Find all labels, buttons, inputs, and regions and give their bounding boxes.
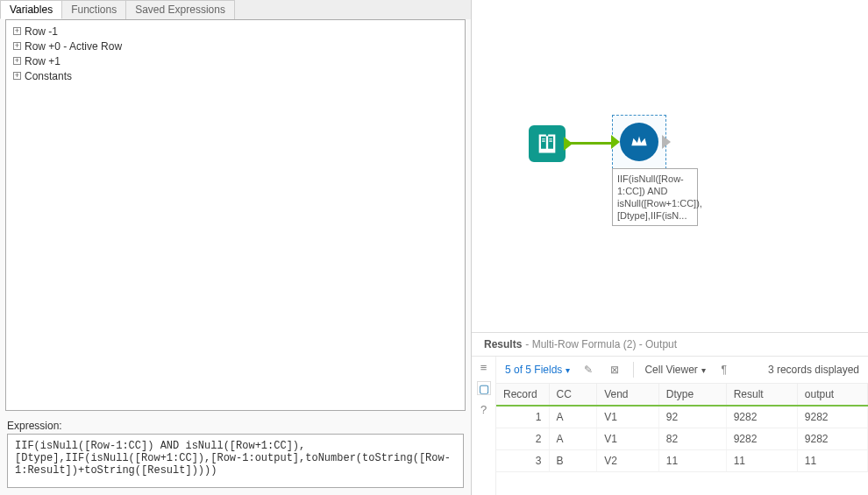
- col-result[interactable]: Result: [726, 384, 797, 406]
- cell-vend[interactable]: V2: [597, 450, 659, 472]
- config-tabs: Variables Functions Saved Expressions: [0, 0, 471, 19]
- tool-annotation[interactable]: IIF(isNull([Row-1:CC]) AND isNull([Row+1…: [612, 168, 698, 226]
- results-table[interactable]: Record CC Vend Dtype Result output 1AV19…: [496, 384, 868, 472]
- expand-icon[interactable]: +: [13, 57, 21, 65]
- book-icon: [535, 131, 559, 156]
- cell-result[interactable]: 11: [726, 450, 797, 472]
- pilcrow-icon[interactable]: ¶: [716, 364, 732, 376]
- cell-output[interactable]: 11: [797, 450, 867, 472]
- table-row[interactable]: 3BV2111111: [496, 450, 868, 472]
- cell-record[interactable]: 3: [496, 450, 549, 472]
- workspace-panel: IIF(isNull([Row-1:CC]) AND isNull([Row+1…: [472, 0, 868, 495]
- tree-item-constants[interactable]: + Constants: [10, 68, 461, 83]
- cell-viewer-label: Cell Viewer: [644, 364, 697, 376]
- col-output[interactable]: output: [797, 384, 867, 406]
- results-toolbar: 5 of 5 Fields ▾ ✎ ⊠ Cell Viewer ▾ ¶ 3 re…: [496, 357, 868, 384]
- records-count: 3 records displayed: [768, 364, 859, 376]
- cell-result[interactable]: 9282: [726, 428, 797, 450]
- table-row[interactable]: 1AV19292829282: [496, 406, 868, 428]
- tree-item-row-minus1[interactable]: + Row -1: [10, 24, 461, 39]
- cell-dtype[interactable]: 11: [658, 450, 726, 472]
- data-view-icon[interactable]: ▢: [477, 381, 491, 395]
- table-row[interactable]: 2AV18292829282: [496, 428, 868, 450]
- cell-dtype[interactable]: 92: [658, 406, 726, 428]
- cell-vend[interactable]: V1: [597, 428, 659, 450]
- config-panel: Variables Functions Saved Expressions + …: [0, 0, 472, 495]
- expression-input[interactable]: IIF(isNull([Row-1:CC]) AND isNull([Row+1…: [7, 434, 464, 488]
- edit-icon[interactable]: ✎: [580, 364, 596, 376]
- input-data-tool[interactable]: [529, 125, 566, 162]
- expand-icon[interactable]: +: [13, 72, 21, 80]
- results-side-tabs: ≡ ▢ ?: [472, 357, 496, 495]
- cell-cc[interactable]: A: [549, 428, 597, 450]
- tree-item-row-active[interactable]: + Row +0 - Active Row: [10, 39, 461, 53]
- expand-icon[interactable]: +: [13, 42, 21, 50]
- cell-viewer-dropdown[interactable]: Cell Viewer ▾: [644, 364, 705, 376]
- multirow-formula-tool-selection[interactable]: [612, 115, 666, 169]
- expression-label: Expression:: [0, 416, 471, 434]
- cell-cc[interactable]: B: [549, 450, 597, 472]
- cell-vend[interactable]: V1: [597, 406, 659, 428]
- chevron-down-icon: ▾: [566, 365, 570, 375]
- cell-record[interactable]: 1: [496, 406, 549, 428]
- multirow-formula-tool[interactable]: [620, 123, 658, 161]
- workflow-canvas[interactable]: IIF(isNull([Row-1:CC]) AND isNull([Row+1…: [472, 0, 868, 333]
- tab-functions[interactable]: Functions: [61, 0, 126, 19]
- cell-output[interactable]: 9282: [797, 428, 867, 450]
- help-icon[interactable]: ?: [477, 402, 491, 416]
- cell-output[interactable]: 9282: [797, 406, 867, 428]
- output-anchor-icon[interactable]: [662, 135, 671, 149]
- tree-item-label: Constants: [25, 70, 72, 82]
- fields-label: 5 of 5 Fields: [505, 364, 562, 376]
- cell-result[interactable]: 9282: [726, 406, 797, 428]
- chevron-down-icon: ▾: [701, 365, 706, 375]
- col-record[interactable]: Record: [496, 384, 549, 406]
- cell-dtype[interactable]: 82: [658, 428, 726, 450]
- clear-icon[interactable]: ⊠: [607, 364, 623, 376]
- table-header-row: Record CC Vend Dtype Result output: [496, 384, 868, 406]
- connection-line[interactable]: [570, 142, 612, 145]
- tab-saved-expressions[interactable]: Saved Expressions: [125, 0, 235, 19]
- list-view-icon[interactable]: ≡: [477, 360, 491, 374]
- fields-dropdown[interactable]: 5 of 5 Fields ▾: [505, 364, 570, 376]
- tree-item-row-plus1[interactable]: + Row +1: [10, 53, 461, 68]
- expand-icon[interactable]: +: [13, 27, 21, 35]
- variables-tree[interactable]: + Row -1 + Row +0 - Active Row + Row +1 …: [5, 19, 466, 411]
- results-title: Results: [484, 338, 522, 350]
- tab-variables[interactable]: Variables: [0, 0, 62, 19]
- formula-crown-icon: [628, 131, 651, 153]
- col-cc[interactable]: CC: [549, 384, 597, 406]
- col-dtype[interactable]: Dtype: [658, 384, 726, 406]
- cell-cc[interactable]: A: [549, 406, 597, 428]
- results-subtitle: - Multi-Row Formula (2) - Output: [525, 338, 677, 350]
- results-header: Results - Multi-Row Formula (2) - Output: [472, 333, 868, 357]
- tree-item-label: Row +0 - Active Row: [25, 40, 122, 53]
- col-vend[interactable]: Vend: [597, 384, 659, 406]
- tree-item-label: Row -1: [25, 25, 58, 38]
- separator: [633, 362, 634, 378]
- cell-record[interactable]: 2: [496, 428, 549, 450]
- tree-item-label: Row +1: [25, 55, 60, 67]
- input-anchor-icon[interactable]: [611, 135, 620, 149]
